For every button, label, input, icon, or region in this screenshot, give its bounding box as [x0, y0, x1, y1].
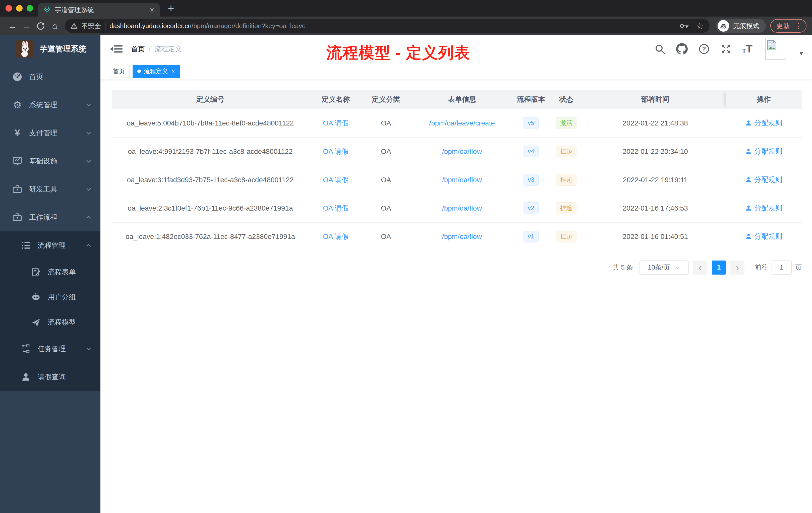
- tag-process-definition[interactable]: 流程定义 ×: [133, 65, 180, 78]
- url-text[interactable]: dashboard.yudao.iocoder.cn/bpm/manager/d…: [110, 22, 675, 30]
- sidebar-item-process-model[interactable]: 流程模型: [0, 310, 100, 335]
- sidebar-item-workflow[interactable]: 工作流程: [0, 203, 100, 232]
- window-controls: [5, 5, 33, 11]
- sidebar-item-payment[interactable]: ¥ 支付管理: [0, 119, 100, 147]
- definition-table: 定义编号 定义名称 定义分类 表单信息 流程版本 状态 部署时间 操作 oa_l…: [112, 90, 802, 251]
- cell-definition-id: oa_leave:5:004b710b-7b8a-11ec-8ef0-acde4…: [112, 109, 309, 137]
- page-size-select[interactable]: 10条/页: [639, 261, 689, 275]
- paper-plane-icon: [30, 318, 42, 327]
- tag-home[interactable]: 首页: [108, 65, 129, 78]
- bookmark-star-icon[interactable]: ☆: [696, 21, 703, 31]
- assign-rule-button[interactable]: 分配规则: [745, 203, 782, 213]
- table-row: oa_leave:2:3c1f0ef1-76b1-11ec-9c66-a2380…: [112, 194, 802, 222]
- address-bar[interactable]: 不安全 dashboard.yudao.iocoder.cn/bpm/manag…: [65, 19, 709, 33]
- tag-label: 流程定义: [144, 67, 168, 75]
- select-caret-icon: [675, 265, 680, 270]
- user-avatar[interactable]: [765, 38, 786, 60]
- browser-update-button[interactable]: 更新 ⋮: [770, 19, 807, 33]
- robot-face-icon: [30, 292, 42, 302]
- github-icon[interactable]: [676, 43, 688, 55]
- assign-rule-button[interactable]: 分配规则: [745, 118, 782, 128]
- sidebar-item-label: 任务管理: [38, 344, 66, 354]
- back-icon[interactable]: ←: [5, 21, 20, 31]
- person-icon: [745, 120, 752, 126]
- col-status: 状态: [547, 90, 585, 109]
- sidebar-item-label: 系统管理: [29, 100, 57, 110]
- window-zoom-button[interactable]: [27, 5, 33, 11]
- password-key-icon[interactable]: [679, 21, 690, 31]
- page-header: 首页 / 流程定义 流程模型 - 定义列表: [100, 35, 812, 63]
- table-row: oa_leave:1:482ec033-762a-11ec-8477-a2380…: [112, 222, 802, 251]
- security-label[interactable]: 不安全: [81, 22, 101, 30]
- breadcrumb-current: 流程定义: [155, 44, 182, 54]
- tag-close-icon[interactable]: ×: [172, 68, 175, 74]
- sidebar-item-infrastructure[interactable]: 基础设施: [0, 147, 100, 175]
- caret-down-icon[interactable]: ▾: [800, 50, 803, 57]
- page-jump-input[interactable]: [772, 261, 792, 275]
- not-secure-warning-icon: [71, 23, 77, 29]
- tag-label: 首页: [113, 67, 125, 75]
- sidebar-item-user-group[interactable]: 用户分组: [0, 284, 100, 310]
- breadcrumb-home[interactable]: 首页: [131, 44, 145, 54]
- sidebar-item-process-management[interactable]: 流程管理: [0, 232, 100, 260]
- breadcrumb: 首页 / 流程定义: [131, 44, 182, 54]
- definition-name-link[interactable]: OA 请假: [323, 176, 349, 184]
- font-size-icon[interactable]: TT: [742, 44, 753, 54]
- next-page-button[interactable]: ›: [730, 261, 745, 275]
- sidebar-item-label: 流程模型: [48, 318, 76, 327]
- col-definition-name: 定义名称: [309, 90, 363, 109]
- tab-close-icon[interactable]: ×: [150, 5, 154, 14]
- definition-name-link[interactable]: OA 请假: [323, 119, 349, 127]
- prev-page-button[interactable]: ‹: [693, 261, 707, 275]
- form-link[interactable]: /bpm/oa/leave/create: [429, 119, 495, 127]
- form-link[interactable]: /bpm/oa/flow: [442, 233, 482, 240]
- assign-rule-button[interactable]: 分配规则: [745, 175, 782, 184]
- breadcrumb-separator: /: [149, 45, 151, 53]
- url-divider: [105, 22, 106, 30]
- sidebar-collapse-icon[interactable]: [110, 43, 122, 55]
- page-number-active[interactable]: 1: [712, 261, 726, 275]
- form-link[interactable]: /bpm/oa/flow: [442, 148, 482, 155]
- gear-icon: ⚙: [11, 99, 23, 111]
- form-link[interactable]: /bpm/oa/flow: [442, 204, 482, 212]
- fullscreen-icon[interactable]: [720, 43, 731, 55]
- home-icon[interactable]: ⌂: [48, 21, 62, 31]
- sidebar-item-system[interactable]: ⚙ 系统管理: [0, 91, 100, 119]
- browser-tab[interactable]: 芋道管理系统 ×: [38, 3, 160, 17]
- svg-text:?: ?: [702, 46, 706, 52]
- cell-category: OA: [363, 222, 409, 251]
- toolbox-icon: [11, 184, 23, 194]
- help-icon[interactable]: ?: [698, 43, 710, 55]
- favicon-plant-icon: [43, 6, 51, 13]
- assign-rule-button[interactable]: 分配规则: [745, 232, 782, 241]
- form-edit-icon: [30, 267, 42, 277]
- person-icon: [745, 148, 752, 155]
- sidebar-item-dev-tools[interactable]: 研发工具: [0, 175, 100, 203]
- url-path: /bpm/manager/definition?key=oa_leave: [192, 22, 306, 30]
- reload-icon[interactable]: [34, 21, 48, 31]
- sidebar-item-leave-query[interactable]: 请假查询: [0, 363, 100, 391]
- new-tab-button[interactable]: +: [168, 0, 174, 17]
- update-label: 更新: [776, 21, 790, 30]
- assign-rule-button[interactable]: 分配规则: [745, 147, 782, 156]
- window-close-button[interactable]: [5, 5, 12, 11]
- address-bar-actions: ☆: [679, 21, 703, 31]
- forward-icon[interactable]: →: [20, 21, 34, 31]
- app-logo: 芋道管理系统: [0, 35, 100, 63]
- form-link[interactable]: /bpm/oa/flow: [442, 176, 482, 184]
- cell-deploy-time: 2022-01-22 21:48:38: [585, 109, 726, 137]
- sidebar-item-home[interactable]: 首页: [0, 63, 100, 91]
- broken-image-icon: [767, 40, 777, 51]
- cell-deploy-time: 2022-01-16 17:46:53: [585, 194, 726, 222]
- window-minimize-button[interactable]: [16, 5, 23, 11]
- search-icon[interactable]: [654, 43, 666, 55]
- col-deploy-time: 部署时间: [585, 90, 726, 109]
- sidebar-item-task-management[interactable]: 任务管理: [0, 335, 100, 363]
- definition-name-link[interactable]: OA 请假: [323, 148, 349, 155]
- tag-active-dot: [137, 69, 141, 73]
- url-host: dashboard.yudao.iocoder.cn: [110, 22, 192, 30]
- definition-name-link[interactable]: OA 请假: [323, 233, 349, 240]
- browser-menu-icon[interactable]: ⋮: [795, 22, 803, 30]
- definition-name-link[interactable]: OA 请假: [323, 204, 349, 212]
- sidebar-item-process-form[interactable]: 流程表单: [0, 260, 100, 284]
